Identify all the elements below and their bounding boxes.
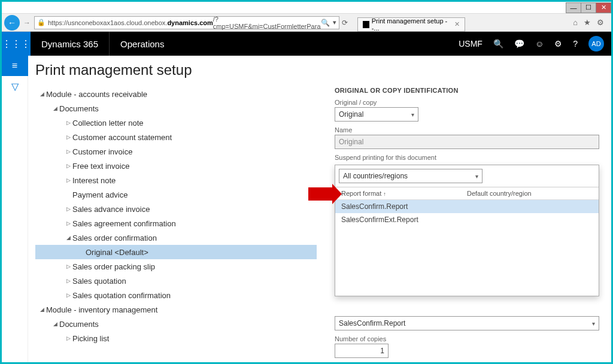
window-close-button[interactable]: ✕ [596,2,611,13]
suspend-label: Suspend printing for this document [335,154,599,161]
browser-home-icon[interactable]: ⌂ [573,18,578,27]
tree-node-documents-ar[interactable]: ◢Documents [35,101,317,116]
address-search-icon[interactable]: 🔍 [321,19,330,27]
lookup-filter-select[interactable]: All countries/regions▾ [339,169,482,183]
tree-node-interest-note[interactable]: ▷Interest note [35,173,317,187]
tree-node-original-default[interactable]: ▷Original <Default> [35,245,317,259]
callout-arrow [308,187,332,201]
col-default-region[interactable]: Default country/region [467,190,593,197]
nav-filter-icon[interactable]: ▽ [2,76,28,96]
header-feedback-icon[interactable]: ☺ [535,39,544,48]
window-minimize-button[interactable]: — [566,2,581,13]
detail-form: ORIGINAL OR COPY IDENTIFICATION Original… [335,87,599,362]
tree-node-module-inv[interactable]: ◢Module - inventory management [35,302,317,317]
copies-input[interactable] [335,344,389,358]
tree-node-sales-agreement-conf[interactable]: ▷Sales agreement confirmation [35,216,317,230]
tree-node-sales-order-conf[interactable]: ◢Sales order confirmation [35,230,317,245]
browser-back-button[interactable]: ← [4,15,20,31]
left-rail: ≡ ▽ [2,56,28,362]
tree-node-documents-inv[interactable]: ◢Documents [35,317,317,331]
tree-node-payment-advice[interactable]: ▷Payment advice [35,187,317,202]
browser-refresh-button[interactable]: ⟳ [342,19,351,27]
header-messages-icon[interactable]: 💬 [514,39,524,48]
window-titlebar: — ☐ ✕ [2,2,611,14]
tree-node-sales-quotation[interactable]: ▷Sales quotation [35,274,317,288]
sort-asc-icon: ↑ [383,191,386,197]
tree-node-free-text-invoice[interactable]: ▷Free text invoice [35,159,317,173]
brand-label: Dynamics 365 [31,32,110,56]
address-bar[interactable]: 🔒 https://usnconeboxax1aos.cloud.onebox.… [34,16,339,29]
tree-node-picking-list[interactable]: ▷Picking list [35,331,317,345]
lock-icon: 🔒 [37,19,45,26]
tab-favicon [363,21,369,28]
window-maximize-button[interactable]: ☐ [581,2,596,13]
nav-hamburger-button[interactable]: ≡ [2,56,28,76]
lookup-grid-header: Report format ↑ Default country/region [335,187,599,200]
url-host-pre: usnconeboxax1aos.cloud.onebox. [68,19,167,26]
tree-node-sales-quotation-conf[interactable]: ▷Sales quotation confirmation [35,288,317,302]
chevron-down-icon: ▾ [475,173,478,180]
url-path: /?cmp=USMF&mi=CustFormletterPara [213,16,321,30]
user-avatar[interactable]: AD [588,36,604,51]
lookup-row[interactable]: SalesConfirm.Report [335,200,599,213]
copies-label: Number of copies [335,335,599,342]
header-help-icon[interactable]: ? [573,39,578,48]
app-launcher-button[interactable]: ⋮⋮⋮ [2,32,31,56]
original-copy-label: Original / copy [335,99,599,106]
browser-toolbar: ← → 🔒 https://usnconeboxax1aos.cloud.one… [2,14,611,32]
browser-favorites-icon[interactable]: ★ [584,18,591,27]
area-label[interactable]: Operations [110,32,175,56]
url-prefix: https:// [48,19,68,26]
name-label: Name [335,126,599,134]
report-format-lookup: All countries/regions▾ Report format ↑ D… [335,165,599,296]
company-picker[interactable]: USMF [459,39,482,48]
header-settings-icon[interactable]: ⚙ [554,39,562,48]
name-input: Original [335,135,599,149]
tree-node-cust-statement[interactable]: ▷Customer account statement [35,130,317,144]
tree-node-sales-advance-invoice[interactable]: ▷Sales advance invoice [35,202,317,216]
tree-node-sales-packing-slip[interactable]: ▷Sales order packing slip [35,259,317,274]
tab-close-icon[interactable]: ✕ [454,20,460,28]
lookup-grid-body[interactable]: SalesConfirm.Report SalesConfirmExt.Repo… [335,200,599,296]
browser-forward-button[interactable]: → [22,18,32,28]
browser-tools-icon[interactable]: ⚙ [597,18,604,27]
url-host: dynamics.com [167,19,213,26]
tree-node-collection-letter[interactable]: ▷Collection letter note [35,116,317,130]
col-report-format[interactable]: Report format ↑ [341,190,467,197]
browser-tab[interactable]: Print management setup --... ✕ [357,17,465,32]
tab-title: Print management setup --... [372,17,450,32]
tree-view: ◢Module - accounts receivable ◢Documents… [35,87,317,362]
chevron-down-icon: ▾ [411,111,414,118]
chevron-down-icon: ▾ [592,320,595,327]
tree-node-cust-invoice[interactable]: ▷Customer invoice [35,144,317,159]
page-title: Print management setup [35,62,599,78]
section-title: ORIGINAL OR COPY IDENTIFICATION [335,87,599,94]
report-format-select[interactable]: SalesConfirm.Report▾ [335,316,599,330]
app-header: ⋮⋮⋮ Dynamics 365 Operations USMF 🔍 💬 ☺ ⚙… [2,32,611,56]
tree-node-module-ar[interactable]: ◢Module - accounts receivable [35,87,317,101]
lookup-row[interactable]: SalesConfirmExt.Report [335,213,599,226]
header-search-icon[interactable]: 🔍 [493,39,503,48]
original-copy-select[interactable]: Original▾ [335,107,418,122]
